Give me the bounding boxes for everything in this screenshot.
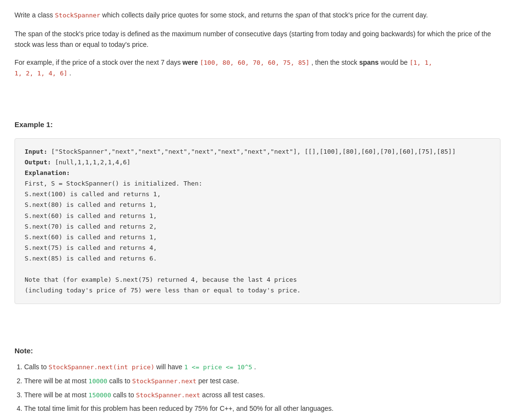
note-list: Calls to StockSpanner.next(int price) wi… (14, 362, 501, 414)
spans-code: [1, 1, (410, 59, 432, 66)
explanation-line: S.next(85) is called and returns 6. (25, 253, 490, 264)
note1-middle: will have (155, 363, 184, 371)
write-suffix2: of that stock's price for the current da… (312, 11, 428, 19)
note2-method: StockSpanner.next (132, 377, 197, 385)
note3-method: StockSpanner.next (136, 391, 200, 399)
write-prefix: Write a class (14, 11, 53, 19)
note2-limit: 10000 (88, 377, 107, 385)
note-item-4: The total time limit for this problem ha… (24, 403, 501, 414)
note3-limit: 150000 (88, 391, 111, 399)
explanation-line: S.next(60) is called and returns 1, (25, 211, 490, 221)
explanation-line: S.next(70) is called and returns 2, (25, 221, 490, 232)
example-prefix: For example, if the price of a stock ove… (14, 58, 183, 66)
note-title: Note: (14, 345, 501, 357)
note1-code: StockSpanner.next(int price) (49, 363, 155, 371)
note3-prefix: There will be at most (24, 391, 88, 399)
output-label: Output: (25, 159, 51, 166)
input-value-text: ["StockSpanner","next","next","next","ne… (51, 148, 456, 155)
explanation-lines: First, S = StockSpanner() is initialized… (25, 178, 490, 296)
definition-paragraph: The span of the stock's price today is d… (14, 29, 501, 50)
intro-paragraph: Write a class StockSpanner which collect… (14, 10, 501, 21)
explanation-label: Explanation: (25, 169, 70, 176)
example-intro-paragraph: For example, if the price of a stock ove… (14, 57, 501, 79)
explanation-line: S.next(60) is called and returns 1, (25, 232, 490, 243)
note2-suffix: per test case. (197, 377, 239, 385)
note2-prefix: There will be at most (24, 377, 88, 385)
example1-block: Input: ["StockSpanner","next","next","ne… (14, 138, 501, 304)
explanation-line: S.next(100) is called and returns 1, (25, 189, 490, 200)
explanation-line: S.next(80) is called and returns 1, (25, 200, 490, 210)
explanation-line: (including today's price of 75) were les… (25, 285, 490, 296)
example-then: , then the stock (312, 58, 359, 66)
example1-title: Example 1: (14, 119, 501, 130)
explanation-line: S.next(75) is called and returns 4, (25, 243, 490, 253)
output-value-text: [null,1,1,1,2,1,4,6] (55, 159, 131, 166)
note1-prefix: Calls to (24, 363, 49, 371)
explanation-line: First, S = StockSpanner() is initialized… (25, 178, 490, 189)
prices-code: [100, 80, 60, 70, 60, 75, 85] (200, 59, 310, 66)
note1-suffix: . (252, 363, 256, 371)
example-would: would be (381, 58, 410, 66)
definition-text: The span of the stock's price today is d… (14, 30, 491, 48)
span-italic: span (296, 11, 310, 19)
example1-explanation-label: Explanation: (25, 168, 490, 178)
note2-middle: calls to (107, 377, 132, 385)
example1-output-line: Output: [null,1,1,1,2,1,4,6] (25, 157, 490, 168)
input-label: Input: (25, 148, 47, 155)
note1-constraint: 1 <= price <= 10^5 (184, 363, 252, 371)
note-item-1: Calls to StockSpanner.next(int price) wi… (24, 362, 501, 373)
were-strong: were (183, 58, 198, 66)
class-name-inline: StockSpanner (55, 12, 100, 19)
explanation-line: Note that (for example) S.next(75) retur… (25, 275, 490, 285)
note3-suffix: across all test cases. (200, 391, 265, 399)
note4-text: The total time limit for this problem ha… (24, 405, 333, 412)
spans-code-cont: 1, 2, 1, 4, 6] (14, 70, 68, 77)
spans-strong: spans (359, 58, 378, 66)
note3-middle: calls to (111, 391, 136, 399)
example-period: . (69, 69, 71, 77)
write-suffix: which collects daily price quotes for so… (102, 11, 294, 19)
note-item-3: There will be at most 150000 calls to St… (24, 390, 501, 401)
note-item-2: There will be at most 10000 calls to Sto… (24, 376, 501, 387)
explanation-line (25, 264, 490, 275)
example1-input-line: Input: ["StockSpanner","next","next","ne… (25, 146, 490, 157)
